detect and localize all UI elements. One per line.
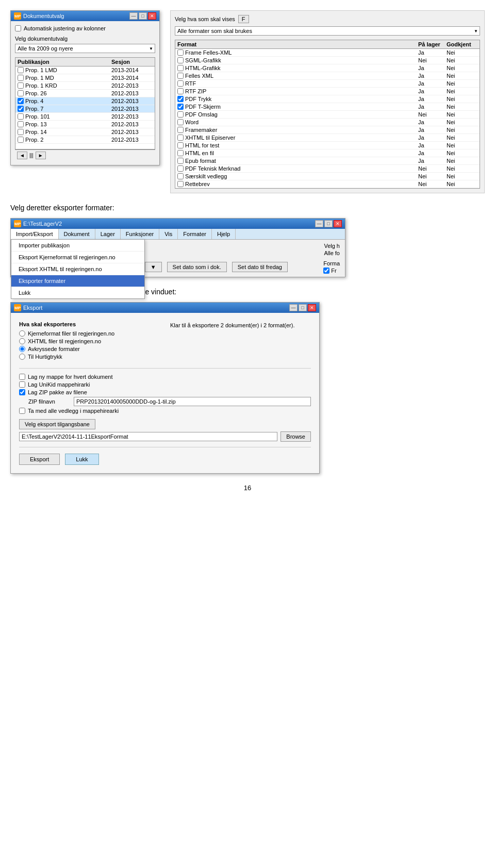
format-row[interactable]: Felles XML Ja Nei	[175, 72, 480, 80]
format-row[interactable]: PDF Trykk Ja Nei	[175, 95, 480, 103]
eksport-cb[interactable]	[19, 374, 25, 380]
format-checkbox[interactable]	[177, 119, 184, 125]
format-row[interactable]: HTML en fil Ja Nei	[175, 149, 480, 157]
table-row[interactable]: Prop. 1 KRD 2012-2013	[15, 82, 155, 90]
set-dato-dok-btn[interactable]: Set dato som i dok.	[167, 262, 227, 272]
format-checkbox[interactable]	[177, 127, 184, 133]
format-row[interactable]: Framemaker Ja Nei	[175, 126, 480, 134]
format-dropdown[interactable]: Alle formater som skal brukes	[175, 26, 480, 36]
format-checkbox[interactable]	[177, 150, 184, 156]
format-row[interactable]: PDF Omslag Nei Nei	[175, 111, 480, 119]
radio-input[interactable]	[19, 346, 25, 352]
format-row[interactable]: Særskilt vedlegg Nei Nei	[175, 173, 480, 180]
format-row[interactable]: PDF Teknisk Merknad Nei Nei	[175, 165, 480, 173]
format-checkbox[interactable]	[177, 158, 184, 164]
row-checkbox[interactable]	[18, 106, 24, 112]
menu-lukk[interactable]: Lukk	[11, 287, 144, 298]
eks-restore[interactable]: □	[299, 304, 307, 311]
row-checkbox[interactable]	[18, 82, 24, 89]
row-checkbox[interactable]	[18, 75, 24, 81]
set-dato-fredag-btn[interactable]: Set dato til fredag	[232, 262, 288, 272]
table-row[interactable]: Prop. 1 MD 2013-2014	[15, 74, 155, 82]
tl-minimize[interactable]: —	[315, 220, 323, 227]
radio-row[interactable]: XHTML filer til regjeringen.no	[19, 338, 160, 344]
radio-row[interactable]: Kjerneformat filer til regjeringen.no	[19, 330, 160, 337]
nav-left[interactable]: ◄	[17, 152, 27, 159]
radio-input[interactable]	[19, 338, 25, 344]
radio-row[interactable]: Avkryssede formater	[19, 346, 160, 352]
menu-eksport-xhtml[interactable]: Eksport XHTML til regjeringen.no	[11, 263, 144, 275]
restore-button[interactable]: □	[139, 12, 147, 20]
menu-importer[interactable]: Importer publikasjon	[11, 240, 144, 252]
format-row[interactable]: Word Ja Nei	[175, 119, 480, 126]
menu-funksjoner[interactable]: Funksjoner	[121, 229, 159, 239]
velg-eksport-btn[interactable]: Velg eksport tilgangsbane	[19, 419, 95, 429]
eksport-cb[interactable]	[19, 389, 25, 395]
tl-close[interactable]: ✕	[334, 220, 342, 227]
calendar-btn[interactable]: ▼	[145, 262, 162, 272]
table-row[interactable]: Prop. 13 2012-2013	[15, 121, 155, 128]
format-checkbox[interactable]	[177, 96, 184, 102]
format-checkbox[interactable]	[177, 173, 184, 179]
format-f-button[interactable]: F	[238, 15, 249, 23]
minimize-button[interactable]: —	[129, 12, 138, 20]
format-row[interactable]: SGML-Grafikk Nei Nei	[175, 57, 480, 64]
row-checkbox[interactable]	[18, 113, 24, 120]
eksport-cb[interactable]	[19, 381, 25, 388]
format-row[interactable]: XHTML til Episerver Ja Nei	[175, 134, 480, 142]
menu-vis[interactable]: Vis	[159, 229, 178, 239]
format-row[interactable]: Epub format Ja Nei	[175, 157, 480, 165]
row-checkbox[interactable]	[18, 137, 24, 143]
table-row[interactable]: Prop. 7 2012-2013	[15, 105, 155, 113]
format-row[interactable]: RTF ZIP Ja Nei	[175, 88, 480, 95]
browse-btn[interactable]: Browse	[280, 431, 311, 442]
row-checkbox[interactable]	[18, 67, 24, 73]
eks-minimize[interactable]: —	[289, 304, 298, 311]
format-checkbox[interactable]	[177, 181, 184, 187]
table-row[interactable]: Prop. 2 2012-2013	[15, 136, 155, 144]
format-row[interactable]: HTML for test Ja Nei	[175, 142, 480, 149]
format-row[interactable]: PDF T-Skjerm Ja Nei	[175, 103, 480, 111]
menu-import-eksport[interactable]: Import/Eksport Importer publikasjon Eksp…	[11, 229, 59, 239]
eks-close[interactable]: ✕	[308, 304, 316, 311]
format-checkbox[interactable]	[177, 49, 184, 56]
menu-formater[interactable]: Formater	[178, 229, 212, 239]
row-checkbox[interactable]	[18, 121, 24, 127]
fr-checkbox[interactable]	[323, 268, 329, 274]
format-checkbox[interactable]	[177, 88, 184, 94]
radio-input[interactable]	[19, 354, 25, 360]
format-checkbox[interactable]	[177, 65, 184, 71]
menu-dokument[interactable]: Dokument	[59, 229, 95, 239]
auto-kolonne-checkbox[interactable]	[15, 25, 21, 31]
table-row[interactable]: Prop. 14 2012-2013	[15, 128, 155, 136]
format-checkbox[interactable]	[177, 104, 184, 110]
table-row[interactable]: Prop. 1 LMD 2013-2014	[15, 66, 155, 74]
eksport-checkbox-row[interactable]: Ta med alle vedlegg i mappehirearki	[19, 408, 311, 414]
row-checkbox[interactable]	[18, 129, 24, 135]
lukk-btn[interactable]: Lukk	[65, 454, 98, 465]
format-row[interactable]: Rettebrev Nei Nei	[175, 180, 480, 188]
eksport-checkbox-row[interactable]: Lag ny mappe for hvert dokument	[19, 374, 311, 380]
format-checkbox[interactable]	[177, 135, 184, 141]
tl-restore[interactable]: □	[324, 220, 333, 227]
row-checkbox[interactable]	[18, 98, 24, 104]
row-checkbox[interactable]	[18, 90, 24, 96]
nav-right[interactable]: ►	[36, 152, 46, 159]
menu-hjelp[interactable]: Hjelp	[212, 229, 236, 239]
radio-input[interactable]	[19, 330, 25, 337]
close-button[interactable]: ✕	[148, 12, 156, 20]
table-row[interactable]: Prop. 101 2012-2013	[15, 113, 155, 121]
format-row[interactable]: HTML-Grafikk Ja Nei	[175, 64, 480, 72]
format-row[interactable]: Frame Felles-XML Ja Nei	[175, 49, 480, 57]
format-checkbox[interactable]	[177, 57, 184, 63]
table-row[interactable]: Prop. 26 2012-2013	[15, 90, 155, 97]
eksport-cb[interactable]	[19, 408, 25, 414]
format-checkbox[interactable]	[177, 142, 184, 148]
dokumentutvalg-select[interactable]: Alle fra 2009 og nyere	[15, 44, 155, 53]
format-row[interactable]: RTF Ja Nei	[175, 80, 480, 88]
path-input[interactable]	[19, 432, 277, 441]
format-checkbox[interactable]	[177, 80, 184, 87]
menu-eksporter-formater[interactable]: Eksporter formater	[11, 275, 144, 287]
eksport-btn[interactable]: Eksport	[19, 454, 60, 465]
format-checkbox[interactable]	[177, 165, 184, 172]
